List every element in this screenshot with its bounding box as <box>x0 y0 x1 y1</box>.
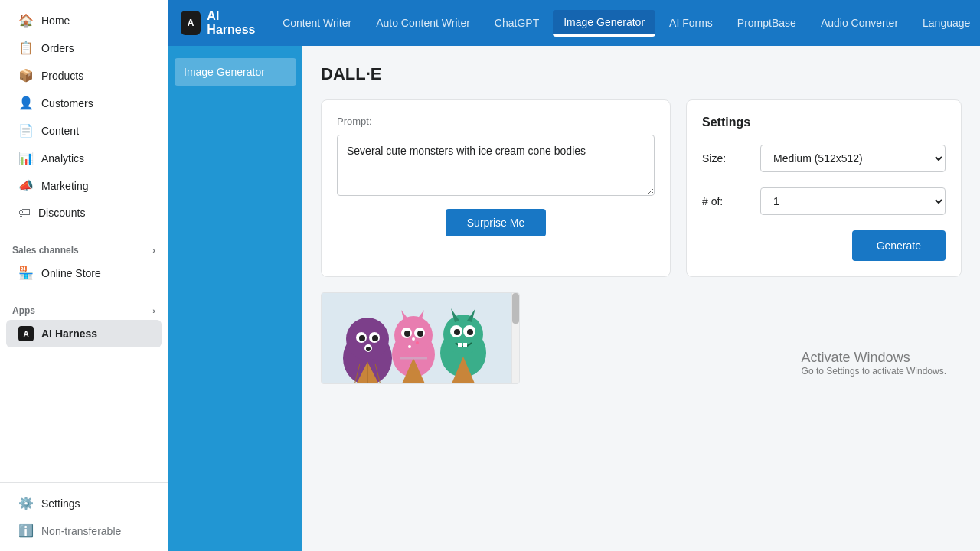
online-store-icon: 🏪 <box>18 266 34 280</box>
svg-rect-36 <box>463 343 467 347</box>
sidebar-item-products[interactable]: 📦 Products <box>6 62 162 89</box>
sidebar-item-orders-label: Orders <box>41 42 74 54</box>
sidebar-item-analytics-label: Analytics <box>41 152 84 165</box>
discounts-icon: 🏷 <box>18 206 31 220</box>
size-row: Size: Small (256x256) Medium (512x512) L… <box>702 145 946 172</box>
sidebar-item-products-label: Products <box>41 70 83 82</box>
image-scrollbar-thumb <box>512 293 519 324</box>
customers-icon: 👤 <box>18 96 34 110</box>
monster-image <box>322 293 513 384</box>
sales-channels-section: Sales channels › 🏪 Online Store <box>0 233 168 293</box>
activate-windows-subtitle: Go to Settings to activate Windows. <box>802 366 946 377</box>
svg-point-19 <box>417 331 423 337</box>
svg-point-24 <box>408 345 411 348</box>
svg-rect-35 <box>458 343 462 347</box>
svg-point-5 <box>359 335 365 341</box>
settings-title: Settings <box>702 116 946 129</box>
svg-point-18 <box>404 331 410 337</box>
svg-point-31 <box>454 329 460 335</box>
svg-point-6 <box>372 335 378 341</box>
topbar-logo: A AI Harness <box>181 9 260 37</box>
sidebar-item-ai-harness[interactable]: A AI Harness <box>6 320 162 347</box>
svg-point-26 <box>412 337 415 341</box>
apps-chevron[interactable]: › <box>152 306 155 315</box>
home-icon: 🏠 <box>18 13 34 28</box>
topbar: A AI Harness Content Writer Auto Content… <box>168 0 980 46</box>
svg-point-2 <box>346 318 389 360</box>
image-scrollbar[interactable] <box>511 293 519 383</box>
apps-section-label: Apps › <box>0 299 168 319</box>
svg-point-28 <box>443 315 483 354</box>
sales-channels-chevron[interactable]: › <box>152 246 155 255</box>
topbar-logo-icon: A <box>181 11 201 35</box>
main-content-row: Prompt: Several cute monsters with ice c… <box>321 99 962 277</box>
sidebar-item-marketing-label: Marketing <box>41 180 88 192</box>
sub-sidebar: Image Generator <box>168 46 302 551</box>
count-label: # of: <box>702 195 748 207</box>
sidebar: 🏠 Home 📋 Orders 📦 Products 👤 Customers 📄… <box>0 0 168 551</box>
info-icon: ℹ️ <box>18 523 34 538</box>
sales-channels-label: Sales channels › <box>0 239 168 259</box>
prompt-label: Prompt: <box>337 116 655 127</box>
settings-card: Settings Size: Small (256x256) Medium (5… <box>686 99 962 277</box>
sidebar-item-discounts-label: Discounts <box>38 207 85 219</box>
sidebar-item-customers[interactable]: 👤 Customers <box>6 90 162 116</box>
sidebar-item-non-transferable[interactable]: ℹ️ Non-transferable <box>6 517 162 544</box>
main-area: A AI Harness Content Writer Auto Content… <box>168 0 980 551</box>
size-select[interactable]: Small (256x256) Medium (512x512) Large (… <box>760 145 946 172</box>
topbar-logo-text: AI Harness <box>207 9 260 37</box>
marketing-icon: 📣 <box>18 178 34 193</box>
sidebar-bottom: ⚙️ Settings ℹ️ Non-transferable <box>0 482 168 551</box>
settings-icon: ⚙️ <box>18 496 34 510</box>
sidebar-item-customers-label: Customers <box>41 97 93 109</box>
sidebar-item-content[interactable]: 📄 Content <box>6 117 162 144</box>
activate-windows-overlay: Activate Windows Go to Settings to activ… <box>802 350 946 377</box>
count-row: # of: 1 2 3 4 <box>702 187 946 215</box>
prompt-textarea[interactable]: Several cute monsters with ice cream con… <box>337 135 655 196</box>
sidebar-item-settings[interactable]: ⚙️ Settings <box>6 490 162 517</box>
nav-chatgpt[interactable]: ChatGPT <box>484 11 550 35</box>
nav-image-generator[interactable]: Image Generator <box>553 10 655 37</box>
nav-auto-content-writer[interactable]: Auto Content Writer <box>365 11 481 35</box>
sidebar-item-content-label: Content <box>41 125 79 137</box>
nav-language[interactable]: Language <box>912 11 980 35</box>
page-title: DALL·E <box>321 64 962 84</box>
sidebar-item-marketing[interactable]: 📣 Marketing <box>6 172 162 199</box>
content-area: Image Generator DALL·E Prompt: Several c… <box>168 46 980 551</box>
sidebar-item-discounts[interactable]: 🏷 Discounts <box>6 200 162 226</box>
sidebar-item-online-store[interactable]: 🏪 Online Store <box>6 259 162 286</box>
analytics-icon: 📊 <box>18 151 34 165</box>
sub-sidebar-image-generator[interactable]: Image Generator <box>175 58 296 86</box>
sidebar-item-home[interactable]: 🏠 Home <box>6 7 162 34</box>
nav-promptbase[interactable]: PromptBase <box>727 11 807 35</box>
sidebar-item-analytics[interactable]: 📊 Analytics <box>6 145 162 171</box>
sidebar-main-nav: 🏠 Home 📋 Orders 📦 Products 👤 Customers 📄… <box>0 0 168 233</box>
activate-windows-title: Activate Windows <box>802 350 946 366</box>
nav-ai-forms[interactable]: AI Forms <box>658 11 724 35</box>
sidebar-item-home-label: Home <box>41 15 70 27</box>
nav-content-writer[interactable]: Content Writer <box>272 11 362 35</box>
prompt-card: Prompt: Several cute monsters with ice c… <box>321 99 671 277</box>
svg-point-25 <box>416 341 419 344</box>
content-icon: 📄 <box>18 123 34 138</box>
sidebar-item-online-store-label: Online Store <box>41 267 101 279</box>
products-icon: 📦 <box>18 68 34 83</box>
apps-section: Apps › A AI Harness <box>0 293 168 354</box>
sidebar-item-ai-harness-label: AI Harness <box>41 328 97 340</box>
count-select[interactable]: 1 2 3 4 <box>760 187 946 215</box>
svg-point-32 <box>467 329 473 335</box>
generate-button[interactable]: Generate <box>852 230 946 261</box>
svg-point-8 <box>366 347 371 351</box>
nav-audio-converter[interactable]: Audio Converter <box>810 11 909 35</box>
image-result-area: Activate Windows Go to Settings to activ… <box>321 292 962 384</box>
orders-icon: 📋 <box>18 41 34 55</box>
surprise-me-button[interactable]: Surprise Me <box>446 209 546 236</box>
ai-harness-app-icon: A <box>18 326 34 341</box>
page-content: DALL·E Prompt: Several cute monsters wit… <box>302 46 980 551</box>
sidebar-item-non-transferable-label: Non-transferable <box>41 525 121 537</box>
size-label: Size: <box>702 152 748 165</box>
image-scroll-container <box>321 292 520 384</box>
svg-point-15 <box>394 316 433 354</box>
sidebar-item-settings-label: Settings <box>41 497 80 510</box>
sidebar-item-orders[interactable]: 📋 Orders <box>6 34 162 61</box>
